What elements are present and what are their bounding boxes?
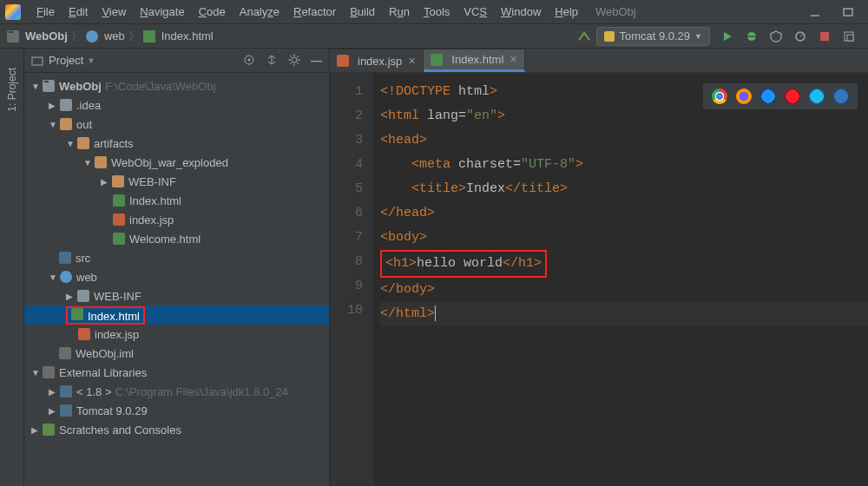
minimize-button[interactable] xyxy=(800,3,830,22)
run-config-label: Tomcat 9.0.29 xyxy=(619,30,690,43)
svg-point-12 xyxy=(292,57,297,62)
app-logo-icon xyxy=(5,4,21,20)
maximize-button[interactable] xyxy=(833,3,863,22)
opera-icon[interactable] xyxy=(785,89,800,104)
html-file-icon xyxy=(71,308,83,320)
browser-preview-bar xyxy=(703,83,858,109)
menu-build[interactable]: Build xyxy=(343,5,382,18)
html-file-icon xyxy=(113,194,125,207)
tree-out[interactable]: ▼out xyxy=(24,115,329,134)
tree-jdk[interactable]: ▶< 1.8 >C:\Program Files\Java\jdk1.8.0_2… xyxy=(24,382,329,401)
html-file-icon xyxy=(431,54,443,66)
expand-all-icon[interactable] xyxy=(266,54,278,67)
chrome-icon[interactable] xyxy=(712,89,727,104)
profiler-button[interactable] xyxy=(792,28,809,45)
breadcrumb-project[interactable]: WebObj xyxy=(25,30,68,43)
locate-icon[interactable] xyxy=(243,54,255,67)
folder-icon xyxy=(77,137,89,149)
tree-webinf2[interactable]: ▶WEB-INF xyxy=(24,286,329,305)
tree-scratches[interactable]: ▶Scratches and Consoles xyxy=(24,420,329,439)
tree-index-jsp2[interactable]: index.jsp xyxy=(24,325,329,344)
tree-artifacts[interactable]: ▼artifacts xyxy=(24,134,329,153)
html-file-icon xyxy=(143,30,155,43)
tree-webinf1[interactable]: ▶WEB-INF xyxy=(24,172,329,191)
tree-root[interactable]: ▼WebObjF:\Code\Java\WebObj xyxy=(24,76,329,95)
svg-line-5 xyxy=(800,34,803,36)
tree-idea[interactable]: ▶.idea xyxy=(24,95,329,115)
menu-navigate[interactable]: Navigate xyxy=(133,5,191,18)
tree-index-html2[interactable]: Index.html xyxy=(24,305,329,325)
tool-window-stripe-left: 1: Project xyxy=(0,49,24,486)
firefox-icon[interactable] xyxy=(736,89,752,104)
build-icon[interactable] xyxy=(575,28,593,45)
tree-tomcat-lib[interactable]: ▶Tomcat 9.0.29 xyxy=(24,401,329,420)
tree-ext-lib[interactable]: ▼External Libraries xyxy=(24,363,329,382)
ie-icon[interactable] xyxy=(809,89,825,104)
project-icon xyxy=(7,30,19,43)
svg-rect-1 xyxy=(844,9,852,16)
stop-button[interactable] xyxy=(816,28,833,45)
edge-icon[interactable] xyxy=(833,89,849,104)
folder-icon xyxy=(95,156,107,168)
breadcrumb-folder[interactable]: web xyxy=(104,30,125,43)
gear-icon[interactable] xyxy=(288,54,300,67)
safari-icon[interactable] xyxy=(760,89,776,104)
project-panel-header: Project ▼ — xyxy=(24,49,329,73)
tab-index-jsp[interactable]: index.jsp ✕ xyxy=(330,49,424,72)
run-button[interactable] xyxy=(719,28,736,45)
project-panel-title[interactable]: Project xyxy=(49,54,83,67)
tab-index-html[interactable]: Index.html ✕ xyxy=(424,49,525,72)
project-view-dropdown-icon[interactable]: ▼ xyxy=(87,56,95,65)
jsp-file-icon xyxy=(78,328,90,340)
menu-run[interactable]: Run xyxy=(382,5,417,18)
code-content[interactable]: <!DOCTYPE html> ​<html lang="en"> ​<head… xyxy=(373,73,868,486)
project-view-icon xyxy=(31,55,43,67)
menu-analyze[interactable]: Analyze xyxy=(233,5,286,18)
menu-bar: File Edit View Navigate Code Analyze Ref… xyxy=(0,0,868,24)
gutter: 12345678910 xyxy=(330,73,373,486)
app-title: WebObj xyxy=(595,5,636,18)
project-icon xyxy=(43,80,55,92)
project-tool-tab[interactable]: 1: Project xyxy=(4,62,20,117)
coverage-button[interactable] xyxy=(767,28,785,45)
svg-rect-9 xyxy=(32,57,43,65)
update-app-button[interactable] xyxy=(840,28,858,45)
menu-vcs[interactable]: VCS xyxy=(457,5,494,18)
tree-index-jsp1[interactable]: index.jsp xyxy=(24,210,329,229)
library-icon xyxy=(43,366,55,378)
close-icon[interactable]: ✕ xyxy=(408,56,416,67)
tree-src[interactable]: src xyxy=(24,248,329,267)
project-tree[interactable]: ▼WebObjF:\Code\Java\WebObj ▶.idea ▼out ▼… xyxy=(24,73,329,443)
code-editor[interactable]: 12345678910 <!DOCTYPE html> ​<html lang=… xyxy=(330,73,868,486)
jsp-file-icon xyxy=(113,213,125,226)
tree-index-html1[interactable]: Index.html xyxy=(24,191,329,210)
menu-refactor[interactable]: Refactor xyxy=(286,5,343,18)
jsp-file-icon xyxy=(337,55,349,67)
run-config-selector[interactable]: Tomcat 9.0.29 ▼ xyxy=(596,27,710,46)
hide-icon[interactable]: — xyxy=(311,54,322,67)
menu-edit[interactable]: Edit xyxy=(62,5,95,18)
debug-button[interactable] xyxy=(743,28,760,45)
breadcrumb: WebObj 〉 web 〉 Index.html xyxy=(7,29,214,44)
menu-window[interactable]: Window xyxy=(494,5,548,18)
web-folder-icon xyxy=(60,271,72,283)
project-panel: Project ▼ — ▼WebObjF:\Code\Java\WebObj ▶… xyxy=(24,49,330,486)
close-icon[interactable]: ✕ xyxy=(510,54,517,65)
folder-icon xyxy=(60,118,72,130)
svg-point-11 xyxy=(248,59,251,62)
svg-rect-6 xyxy=(820,32,829,41)
menu-help[interactable]: Help xyxy=(548,5,585,18)
menu-code[interactable]: Code xyxy=(192,5,233,18)
menu-file[interactable]: File xyxy=(30,5,62,18)
tree-iml[interactable]: WebObj.iml xyxy=(24,344,329,363)
tree-welcome[interactable]: Welcome.html xyxy=(24,229,329,248)
tree-war-exploded[interactable]: ▼WebObj_war_exploded xyxy=(24,153,329,172)
tree-web[interactable]: ▼web xyxy=(24,267,329,286)
folder-icon xyxy=(60,385,72,397)
folder-icon xyxy=(59,252,71,264)
toolbar: WebObj 〉 web 〉 Index.html Tomcat 9.0.29 … xyxy=(0,24,868,49)
menu-tools[interactable]: Tools xyxy=(417,5,457,18)
menu-view[interactable]: View xyxy=(95,5,133,18)
breadcrumb-file[interactable]: Index.html xyxy=(161,30,214,43)
scratches-icon xyxy=(43,424,55,436)
